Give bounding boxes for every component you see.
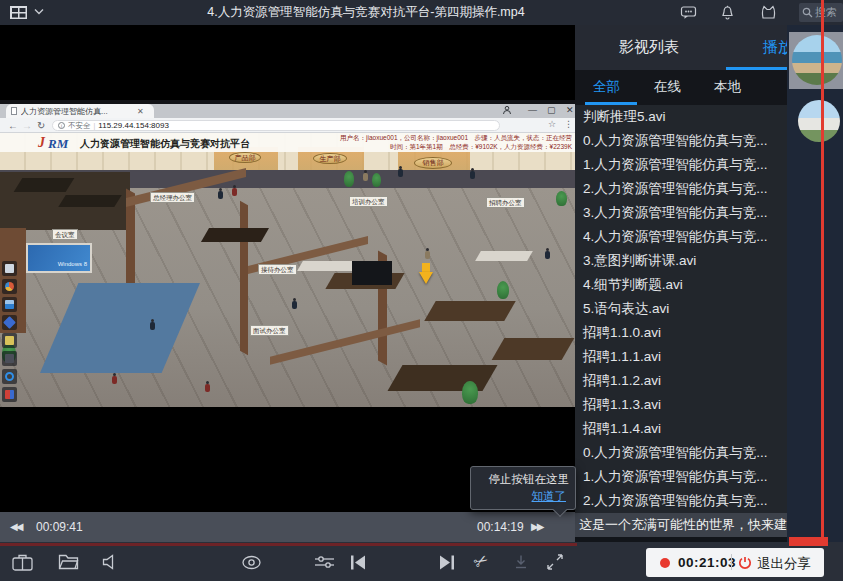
close-icon: ✕ [566,105,574,115]
playlist-sidebar: 影视列表 播放列表 全部 在线 本地 判断推理5.avi 0.人力资源管理智能仿… [575,25,787,542]
user-info-line1: 用户名：jiaoxue001，公司名称：jiaoxue001 步骤：人员流失，状… [302,134,572,143]
person-figure [218,188,223,199]
playlist-item[interactable]: 招聘1.1.1.avi [575,345,787,369]
current-time: 00:09:41 [36,520,83,534]
scene-wall [240,201,248,355]
filter-tab-all[interactable]: 全部 [593,78,620,96]
rewind-icon[interactable]: ◀◀ [10,521,21,532]
person-figure [150,319,155,330]
url-text: 115.29.44.154:8093 [98,121,169,130]
marquee-ticker: 这是一个充满可能性的世界，快来建 [575,513,787,537]
transport-bar: ◀◀ 00:09:41 00:14:19 ▶▶ [0,512,575,542]
playlist-item[interactable]: 招聘1.1.3.avi [575,393,787,417]
playlist-item[interactable]: 招聘1.1.4.avi [575,417,787,441]
user-info-line2: 时间：第1年第1期 总经费：¥9102K，人力资源经费：¥2239K [302,143,572,152]
desktop-icon-2 [2,279,17,294]
room-label-reception: 接待办公室 [258,264,297,275]
scene-counter [475,251,533,261]
forward-icon: → [22,120,32,131]
download-icon[interactable] [513,554,529,570]
filter-tab-bar: 全部 在线 本地 [575,70,787,105]
scene-desk [492,338,575,360]
recording-time: 00:21:03 [678,555,736,570]
playlist-item[interactable]: 0.人力资源管理智能仿真与竞... [575,129,787,153]
chevron-down-icon[interactable] [34,8,44,15]
room-label-meeting: 会议室 [52,229,78,240]
desktop-icon-8 [2,387,17,402]
fast-forward-icon[interactable]: ▶▶ [531,521,542,532]
profile-icon [502,105,512,115]
total-time: 00:14:19 [477,520,524,534]
playlist-item[interactable]: 0.人力资源管理智能仿真与竞... [575,441,787,465]
person-figure [292,298,297,309]
menu-dots-icon: ⋮ [564,119,573,129]
tab-title: 人力资源管理智能仿真... [21,106,133,117]
site-title: 人力资源管理智能仿真与竞赛对抗平台 [80,137,250,151]
playlist-item[interactable]: 判断推理5.avi [575,105,787,129]
security-label: 不安全 [68,121,91,131]
tab-close-icon: ✕ [137,107,144,116]
playlist-item[interactable]: 招聘1.1.2.avi [575,369,787,393]
minimize-icon: — [528,105,537,115]
playlist-item[interactable]: 3.人力资源管理智能仿真与竞... [575,201,787,225]
avatar[interactable] [798,100,840,142]
playlist-item[interactable]: 4.细节判断题.avi [575,273,787,297]
fullscreen-icon[interactable] [546,553,564,571]
media-player-window: 4.人力资源管理智能仿真与竞赛对抗平台-第四期操作.mp4 搜索 人力资源管理智… [0,0,843,581]
playlist-item[interactable]: 3.意图判断讲课.avi [575,249,787,273]
reload-icon: ↻ [37,120,45,131]
exit-share-button[interactable]: 退出分享 [757,555,811,573]
window-title: 4.人力资源管理智能仿真与竞赛对抗平台-第四期操作.mp4 [56,4,676,21]
volume-icon[interactable] [102,554,118,570]
stop-button-tooltip: 停止按钮在这里 知道了 [470,466,576,510]
person-figure [425,248,430,259]
bell-icon[interactable] [720,5,735,21]
danmaku-visibility-icon[interactable] [240,555,263,570]
favicon [11,107,17,115]
desktop-icon-7 [2,369,17,384]
message-icon[interactable] [680,5,697,20]
playlist: 判断推理5.avi 0.人力资源管理智能仿真与竞... 1.人力资源管理智能仿真… [575,105,787,513]
desktop-icon-4 [2,315,17,330]
annotation-red-line [821,0,824,545]
annotation-underline [0,543,577,546]
playlist-item[interactable]: 2.人力资源管理智能仿真与竞... [575,489,787,513]
sidebar-header: 影视列表 播放列表 [575,25,787,70]
video-display-area[interactable]: 人力资源管理智能仿真... ✕ — ▢ ✕ ← → ↻ i 不安全 | 115.… [0,25,575,512]
maximize-icon: ▢ [547,105,556,115]
app-menu-icon[interactable] [9,5,28,20]
tooltip-message: 停止按钮在这里 [489,472,570,487]
next-track-icon[interactable] [438,554,456,571]
avatar[interactable] [792,35,842,85]
person-figure [545,248,550,259]
desktop-icon-6 [2,351,17,366]
tooltip-confirm-link[interactable]: 知道了 [532,489,567,504]
skin-cat-icon[interactable] [760,5,777,20]
tab-play-list[interactable]: 播放列表 [763,38,787,57]
previous-track-icon[interactable] [349,554,367,571]
scene-desk [201,228,269,242]
filter-tab-online[interactable]: 在线 [654,78,681,96]
media-library-icon[interactable] [12,554,33,571]
settings-sliders-icon[interactable] [314,555,335,569]
playlist-item[interactable]: 5.语句表达.avi [575,297,787,321]
recording-share-panel: 00:21:03 退出分享 [646,548,824,577]
waypoint-arrow-head [419,272,433,291]
filter-tab-local[interactable]: 本地 [714,78,741,96]
playlist-item[interactable]: 招聘1.1.0.avi [575,321,787,345]
playlist-item[interactable]: 2.人力资源管理智能仿真与竞... [575,177,787,201]
tab-media-list[interactable]: 影视列表 [619,38,679,57]
wall-screen: Windows 8 [26,243,92,273]
playlist-item[interactable]: 1.人力资源管理智能仿真与竞... [575,153,787,177]
playlist-item[interactable]: 4.人力资源管理智能仿真与竞... [575,225,787,249]
dept-sign-production: 生产部 [313,153,347,164]
scene-desk [58,195,121,207]
playlist-item[interactable]: 1.人力资源管理智能仿真与竞... [575,465,787,489]
search-icon [802,7,813,18]
plant [556,191,567,206]
room-label-recruit: 招聘办公室 [486,197,525,208]
browser-tab: 人力资源管理智能仿真... ✕ [6,104,154,118]
site-logo-rest: RM [48,136,68,152]
open-file-icon[interactable] [58,554,79,570]
room-label-interview: 面试办公室 [250,325,289,336]
